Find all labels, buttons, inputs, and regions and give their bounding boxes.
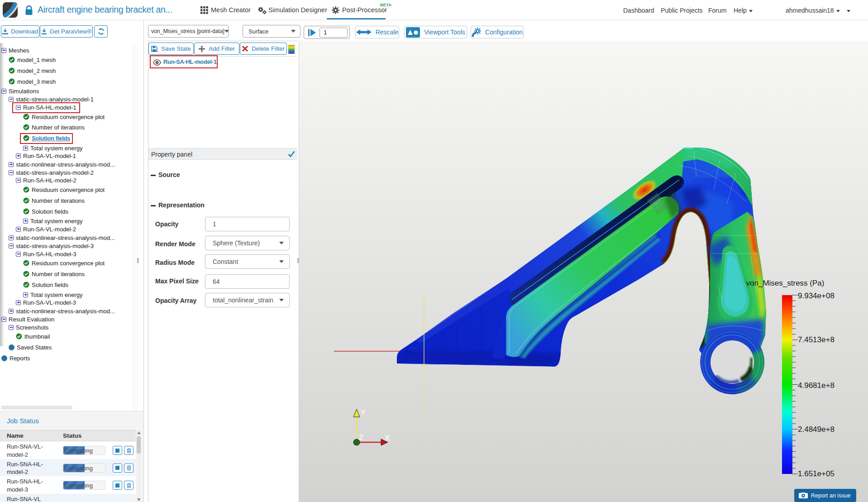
- svg-text:X: X: [385, 434, 390, 442]
- svg-text:Z: Z: [359, 433, 363, 442]
- svg-text:4.9681e+8: 4.9681e+8: [798, 381, 835, 390]
- svg-text:2.4849e+8: 2.4849e+8: [798, 425, 835, 434]
- svg-text:Y: Y: [361, 408, 366, 417]
- svg-text:9.934e+08: 9.934e+08: [798, 292, 835, 300]
- svg-text:1.651e+05: 1.651e+05: [798, 469, 835, 478]
- svg-text:7.4513e+8: 7.4513e+8: [798, 335, 835, 344]
- svg-text:von_Mises_stress (Pa): von_Mises_stress (Pa): [746, 279, 825, 287]
